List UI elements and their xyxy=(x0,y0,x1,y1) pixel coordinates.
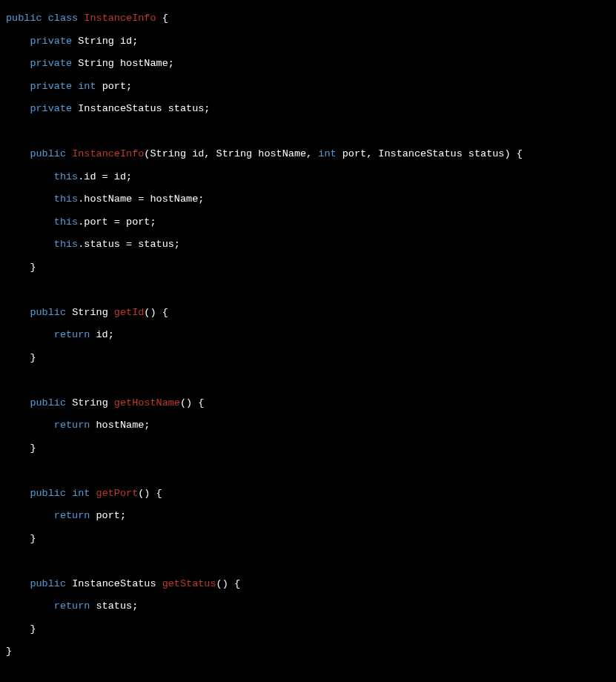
code-token: String xyxy=(72,397,108,408)
code-token: String xyxy=(78,36,114,47)
code-token xyxy=(6,307,30,318)
code-token: getStatus xyxy=(162,578,216,589)
code-token xyxy=(6,578,30,589)
code-token: } xyxy=(6,533,36,544)
code-token: String xyxy=(78,58,114,69)
code-token xyxy=(66,397,72,408)
code-token: this xyxy=(54,193,78,205)
code-token: id; xyxy=(90,329,113,340)
code-token: getHostName xyxy=(114,397,180,408)
code-token: () { xyxy=(138,488,162,499)
code-token xyxy=(90,488,96,499)
code-token: return xyxy=(54,420,90,431)
code-token: id, xyxy=(186,148,216,159)
code-token xyxy=(6,148,30,159)
code-token: private xyxy=(30,58,72,69)
code-token: return xyxy=(54,600,90,612)
code-token: status; xyxy=(90,600,138,612)
code-token: } xyxy=(6,262,36,273)
code-token xyxy=(6,600,54,612)
code-token: hostName; xyxy=(90,420,150,431)
code-token xyxy=(66,307,72,318)
code-token: .id = id; xyxy=(78,171,132,182)
code-token: this xyxy=(54,239,78,250)
code-token xyxy=(6,58,30,69)
code-token: getPort xyxy=(96,488,139,499)
code-token: public xyxy=(30,307,66,318)
code-token: this xyxy=(54,216,78,228)
code-token xyxy=(6,193,54,205)
code-token xyxy=(6,329,54,340)
code-token: getId xyxy=(114,307,145,318)
code-token: { xyxy=(156,13,168,24)
code-token: status; xyxy=(162,103,211,114)
code-token: InstanceInfo xyxy=(84,13,156,24)
code-token: } xyxy=(6,443,36,454)
code-token: String xyxy=(216,148,253,159)
code-token: public xyxy=(30,397,66,408)
code-token xyxy=(6,81,30,92)
code-token: .port = port; xyxy=(78,216,156,228)
code-token: private xyxy=(30,81,72,92)
code-token: } xyxy=(6,352,36,363)
code-token: port; xyxy=(96,81,133,92)
code-token xyxy=(6,397,30,408)
code-token: String xyxy=(72,307,108,318)
code-token: public xyxy=(30,578,66,589)
code-token xyxy=(6,510,54,521)
code-token: String xyxy=(150,148,186,159)
code-token: port, xyxy=(337,148,379,159)
code-token: InstanceStatus xyxy=(78,103,162,114)
code-token: return xyxy=(54,510,90,521)
code-token: return xyxy=(54,329,90,340)
code-token: int xyxy=(318,148,336,159)
code-token xyxy=(156,578,162,589)
code-token: port; xyxy=(90,510,126,521)
code-token: public xyxy=(30,488,66,499)
code-token xyxy=(66,148,72,159)
code-token: () { xyxy=(180,397,204,408)
code-token: private xyxy=(30,103,72,114)
code-token: class xyxy=(48,13,79,24)
code-token xyxy=(6,239,54,250)
code-token xyxy=(66,488,72,499)
code-token: () { xyxy=(144,307,168,318)
code-token xyxy=(66,578,72,589)
code-token: public xyxy=(6,13,42,24)
code-token: } xyxy=(6,623,36,635)
code-token: hostName; xyxy=(114,58,174,69)
code-token: int xyxy=(78,81,96,92)
code-token xyxy=(6,420,54,431)
code-token: this xyxy=(54,171,78,182)
code-token xyxy=(6,488,30,499)
code-token xyxy=(6,216,54,228)
code-token: InstanceInfo xyxy=(72,148,144,159)
code-token: .hostName = hostName; xyxy=(78,193,204,205)
code-token xyxy=(6,171,54,182)
code-token: public xyxy=(30,148,66,159)
code-token: InstanceStatus xyxy=(378,148,462,159)
code-block: public class InstanceInfo { private Stri… xyxy=(0,0,616,671)
code-token: } xyxy=(6,646,12,657)
code-token: InstanceStatus xyxy=(72,578,156,589)
code-token xyxy=(6,103,30,114)
code-token: hostName, xyxy=(252,148,318,159)
code-token: status) { xyxy=(463,148,523,159)
code-token: () { xyxy=(216,578,240,589)
code-token: id; xyxy=(114,36,138,47)
code-token xyxy=(108,307,114,318)
code-token: .status = status; xyxy=(78,239,180,250)
code-token: int xyxy=(72,488,90,499)
code-token xyxy=(6,36,30,47)
code-token: private xyxy=(30,36,72,47)
code-token xyxy=(108,397,114,408)
code-token xyxy=(42,13,48,24)
